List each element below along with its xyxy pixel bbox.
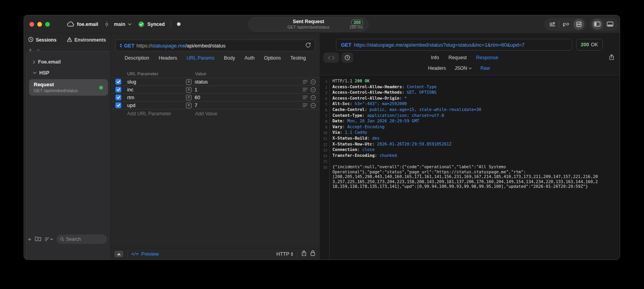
- chevron-right-icon[interactable]: [332, 56, 335, 60]
- equals-operator[interactable]: =: [186, 79, 192, 85]
- equals-operator[interactable]: =: [186, 95, 192, 100]
- request-tab-options[interactable]: Options: [264, 55, 281, 61]
- param-name[interactable]: rtm: [127, 95, 186, 100]
- history-nav: [323, 53, 339, 63]
- param-value[interactable]: 7: [195, 103, 303, 108]
- protocol-select[interactable]: HTTP: [276, 251, 293, 257]
- response-line: 12X-Status-Now-Utc: 2026-01-26T20:29:59.…: [320, 142, 620, 147]
- header-value: Accept-Encoding: [347, 124, 385, 129]
- response-line: 13Connection: close: [320, 147, 620, 153]
- preview-button[interactable]: </> Preview: [131, 251, 159, 257]
- remove-session-button[interactable]: −: [36, 47, 40, 52]
- search-box[interactable]: [57, 234, 107, 244]
- updown-icon: [291, 252, 293, 256]
- export-button[interactable]: [546, 18, 559, 31]
- param-checkbox[interactable]: [115, 79, 121, 85]
- param-name[interactable]: inc: [127, 87, 186, 93]
- param-value[interactable]: status: [195, 79, 303, 85]
- equals-operator[interactable]: =: [186, 87, 192, 93]
- chevron-left-icon[interactable]: [328, 56, 330, 60]
- header-name: Access-Control-Allow-Headers: [332, 84, 402, 89]
- header-value: Mon, 26 Jan 2026 20:29:59 GMT: [347, 118, 419, 123]
- minimize-button[interactable]: [37, 22, 42, 27]
- history-button[interactable]: [341, 53, 353, 63]
- desktop: foe.email main: [0, 0, 644, 289]
- remove-row-icon[interactable]: [310, 87, 316, 93]
- param-checkbox[interactable]: [115, 95, 121, 100]
- tree-group-foe-email[interactable]: Foe.email: [27, 56, 110, 67]
- toggle-bottom-panel-button[interactable]: [604, 18, 617, 31]
- add-value-placeholder[interactable]: Add Value: [195, 111, 217, 116]
- link-requests-button[interactable]: [559, 18, 572, 31]
- sync-status[interactable]: Synced: [147, 22, 164, 27]
- response-tab-info[interactable]: Info: [431, 55, 439, 60]
- sent-request-url-box[interactable]: GET https://statuspage.me/api/embed/stat…: [336, 39, 572, 51]
- toggle-sidebar-button[interactable]: [591, 18, 604, 31]
- line-number: 11: [320, 136, 330, 142]
- actions-pill: [544, 18, 587, 31]
- header-colon: :: [340, 130, 345, 135]
- remove-row-icon[interactable]: [310, 103, 316, 108]
- method-select-icon[interactable]: [120, 44, 122, 47]
- request-method[interactable]: GET: [124, 43, 135, 49]
- lock-icon[interactable]: [310, 250, 315, 258]
- sort-list-button[interactable]: [45, 237, 53, 242]
- request-url[interactable]: https://statuspage.me/api/embed/status: [137, 43, 226, 49]
- request-url-bar[interactable]: GET https://statuspage.me/api/embed/stat…: [115, 40, 315, 51]
- response-tab-response[interactable]: Response: [476, 55, 498, 60]
- tree-group-hsp[interactable]: HSP: [27, 67, 110, 78]
- resend-icon[interactable]: [305, 42, 311, 49]
- add-session-button[interactable]: +: [29, 47, 32, 52]
- equals-operator[interactable]: =: [186, 103, 192, 108]
- param-value[interactable]: 1: [195, 87, 303, 93]
- param-checkbox[interactable]: [115, 87, 121, 93]
- add-param-placeholder[interactable]: Add URL Parameter: [127, 111, 192, 116]
- chevron-down-icon[interactable]: [128, 23, 131, 25]
- header-colon: :: [350, 101, 355, 106]
- add-param-row[interactable]: Add URL Parameter Add Value: [111, 109, 320, 118]
- response-subtab-raw[interactable]: Raw: [480, 65, 490, 71]
- param-name[interactable]: upd: [127, 103, 186, 108]
- export-response-button[interactable]: [609, 54, 614, 62]
- tab-sessions[interactable]: Sessions: [28, 37, 57, 43]
- request-tab-body[interactable]: Body: [224, 55, 235, 61]
- request-tab-description[interactable]: Description: [125, 55, 150, 61]
- param-value[interactable]: 60: [195, 95, 303, 100]
- header-colon: :: [362, 113, 367, 118]
- request-summary-pill[interactable]: Sent Request GET /api/embed/status 200 2…: [248, 17, 369, 31]
- response-subtab-headers[interactable]: Headers: [428, 65, 446, 71]
- row-options-icon[interactable]: [303, 103, 308, 107]
- request-tab-testing[interactable]: Testing: [290, 55, 306, 61]
- share-button[interactable]: [301, 250, 306, 258]
- request-tab-url-params[interactable]: URL Params: [186, 55, 214, 61]
- response-subtab-json[interactable]: JSON: [454, 65, 472, 71]
- param-checkbox[interactable]: [115, 102, 121, 108]
- url-scheme: https://: [137, 43, 152, 49]
- response-panel: GET https://statuspage.me/api/embed/stat…: [320, 33, 620, 260]
- record-dot-icon[interactable]: [177, 22, 181, 26]
- new-folder-button[interactable]: [35, 236, 41, 243]
- cycle-panels-button[interactable]: [572, 18, 585, 31]
- request-tab-auth[interactable]: Auth: [244, 55, 255, 61]
- project-name[interactable]: foe.email: [77, 22, 98, 27]
- header-value: close: [362, 147, 375, 152]
- response-line: 4Access-Control-Allow-Origin: *: [320, 96, 620, 102]
- row-options-icon[interactable]: [303, 80, 308, 84]
- zoom-button[interactable]: [45, 22, 50, 27]
- row-options-icon[interactable]: [303, 95, 308, 100]
- remove-row-icon[interactable]: [310, 95, 316, 100]
- sidebar-tabs: Sessions Environments: [24, 33, 110, 47]
- branch-name[interactable]: main: [114, 22, 125, 27]
- close-button[interactable]: [29, 22, 34, 27]
- add-request-button[interactable]: +: [28, 236, 31, 242]
- search-input[interactable]: [66, 236, 104, 242]
- param-name[interactable]: slug: [127, 79, 186, 85]
- request-list-item-selected[interactable]: Request GET /api/embed/status: [29, 79, 108, 96]
- line-content: HTTP/1.1 200 OK: [330, 78, 620, 84]
- request-tab-headers[interactable]: Headers: [159, 55, 177, 61]
- collapse-panel-button[interactable]: [115, 251, 123, 257]
- response-tab-request[interactable]: Request: [449, 55, 467, 60]
- remove-row-icon[interactable]: [310, 79, 316, 85]
- tab-environments[interactable]: Environments: [67, 37, 106, 43]
- row-options-icon[interactable]: [303, 87, 308, 92]
